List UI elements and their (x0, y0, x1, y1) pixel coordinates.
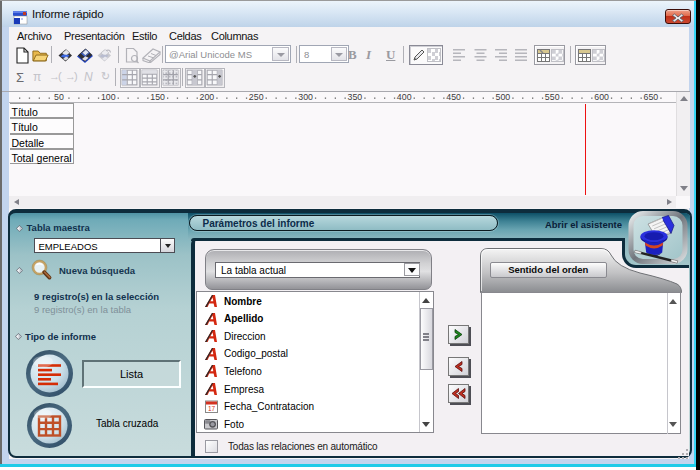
svg-text:200: 200 (200, 92, 215, 102)
svg-text:250: 250 (249, 92, 264, 102)
svg-text:50: 50 (54, 92, 64, 102)
svg-text:550: 550 (545, 92, 560, 102)
svg-text:500: 500 (496, 92, 511, 102)
svg-text:400: 400 (397, 92, 412, 102)
svg-text:300: 300 (298, 92, 313, 102)
svg-text:650: 650 (644, 92, 659, 102)
svg-text:450: 450 (446, 92, 461, 102)
svg-text:600: 600 (594, 92, 609, 102)
svg-text:150: 150 (150, 92, 165, 102)
svg-text:100: 100 (101, 92, 116, 102)
svg-text:350: 350 (348, 92, 363, 102)
svg-text:17: 17 (207, 404, 215, 411)
